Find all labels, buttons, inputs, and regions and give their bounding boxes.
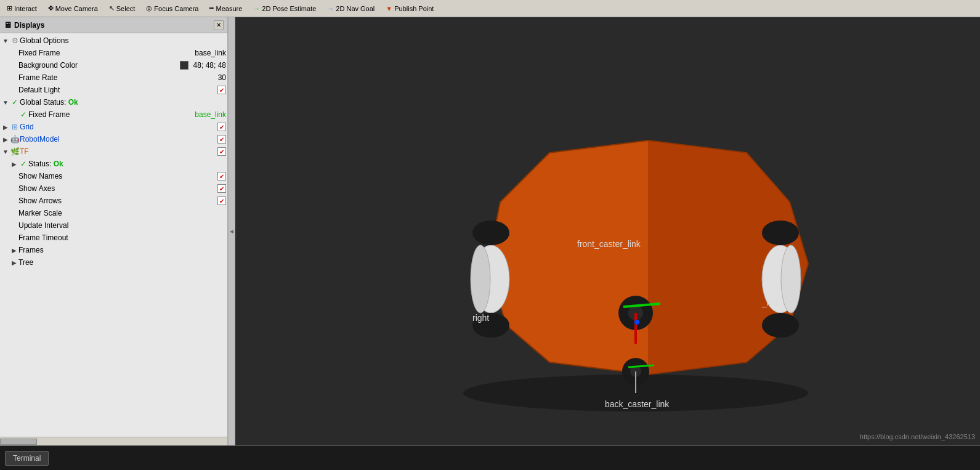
robot-model-icon: 🤖 [10, 135, 20, 144]
scrollbar-thumb[interactable] [0, 439, 37, 445]
interact-icon: ⊞ [7, 4, 12, 12]
marker-scale-row[interactable]: Marker Scale [0, 207, 227, 219]
show-axes-row[interactable]: Show Axes ✔ [0, 182, 227, 195]
select-icon: ↖ [109, 4, 115, 12]
svg-point-26 [781, 245, 801, 313]
svg-point-20 [634, 320, 639, 325]
select-label: Select [116, 5, 136, 12]
ff-status-label: Fixed Frame [28, 110, 192, 119]
panel-close-button[interactable]: ✕ [214, 20, 224, 30]
grid-arrow: ▶ [1, 124, 10, 131]
tree-area[interactable]: ▼ ⚙ Global Options Fixed Frame base_link… [0, 33, 227, 437]
robot-model-checkbox[interactable]: ✔ [217, 135, 226, 144]
horizontal-scrollbar[interactable] [0, 437, 227, 445]
tf-icon: 🌿 [10, 147, 20, 156]
frames-row[interactable]: ▶ Frames [0, 244, 227, 256]
tree-arrow-icon: ▶ [10, 259, 18, 266]
show-arrows-row[interactable]: Show Arrows ✔ [0, 195, 227, 207]
measure-icon: ━ [209, 4, 214, 12]
publish-point-label: Publish Point [394, 5, 434, 12]
main-area: 🖥 Displays ✕ ▼ ⚙ Global Options Fixed Fr… [0, 17, 980, 445]
pose-estimate-button[interactable]: → 2D Pose Estimate [249, 3, 320, 14]
measure-button[interactable]: ━ Measure [205, 2, 246, 14]
publish-point-icon: ▼ [386, 5, 392, 12]
nav-goal-icon: → [327, 5, 334, 12]
tf-checkbox[interactable]: ✔ [217, 147, 226, 156]
displays-panel: 🖥 Displays ✕ ▼ ⚙ Global Options Fixed Fr… [0, 17, 228, 445]
back-caster-link-label: back_caster_link [605, 399, 669, 409]
fixed-frame-status-row[interactable]: ✓ Fixed Frame base_link [0, 108, 227, 121]
robot-svg [389, 91, 882, 424]
terminal-button[interactable]: Terminal [5, 451, 49, 466]
fixed-frame-label: Fixed Frame [18, 49, 192, 57]
svg-point-24 [472, 221, 509, 245]
focus-camera-label: Focus Camera [154, 5, 198, 12]
measure-label: Measure [216, 5, 242, 12]
default-light-row[interactable]: Default Light ✔ [0, 84, 227, 96]
3d-viewport[interactable]: front_caster_link back_caster_link right… [235, 17, 980, 445]
interact-button[interactable]: ⊞ Interact [2, 2, 41, 14]
tree-row[interactable]: ▶ Tree [0, 256, 227, 269]
global-status-label: Global Status: Ok [20, 98, 226, 107]
tf-status-label: Status: Ok [28, 160, 226, 168]
terminal-label: Terminal [13, 454, 41, 463]
tf-status-row[interactable]: ▶ ✓ Status: Ok [0, 158, 227, 170]
frame-timeout-row[interactable]: Frame Timeout [0, 232, 227, 244]
ff-status-icon: ✓ [18, 110, 28, 119]
frame-rate-label: Frame Rate [18, 73, 216, 82]
default-light-checkbox[interactable]: ✔ [217, 86, 226, 94]
frame-rate-row[interactable]: Frame Rate 30 [0, 71, 227, 84]
url-watermark: https://blog.csdn.net/weixin_43262513 [860, 433, 975, 440]
pose-estimate-label: 2D Pose Estimate [262, 5, 316, 12]
grid-row[interactable]: ▶ ⊞ Grid ✔ [0, 121, 227, 133]
frames-label: Frames [18, 246, 226, 254]
collapse-arrow-icon: ◄ [229, 228, 235, 235]
fixed-frame-value: base_link [195, 49, 226, 57]
tf-arrow: ▼ [1, 148, 10, 155]
displays-icon: 🖥 [4, 20, 12, 30]
robot-model-row[interactable]: ▶ 🤖 RobotModel ✔ [0, 133, 227, 145]
tf-row[interactable]: ▼ 🌿 TF ✔ [0, 145, 227, 158]
panel-header: 🖥 Displays ✕ [0, 17, 227, 33]
right-link-label: _link [762, 298, 780, 307]
update-interval-label: Update Interval [18, 221, 224, 230]
panel-collapse-handle[interactable]: ◄ [228, 17, 235, 445]
frame-timeout-label: Frame Timeout [18, 233, 224, 242]
show-names-label: Show Names [18, 172, 217, 180]
background-color-row[interactable]: Background Color 48; 48; 48 [0, 59, 227, 71]
move-camera-button[interactable]: ✥ Move Camera [44, 2, 102, 14]
show-arrows-checkbox[interactable]: ✔ [217, 197, 226, 205]
publish-point-button[interactable]: ▼ Publish Point [381, 3, 438, 14]
marker-scale-label: Marker Scale [18, 209, 224, 217]
default-light-label: Default Light [18, 86, 217, 94]
close-icon: ✕ [216, 22, 221, 28]
interact-label: Interact [14, 5, 37, 12]
nav-goal-label: 2D Nav Goal [336, 5, 375, 12]
background-color-value: 48; 48; 48 [193, 61, 226, 70]
front-caster-link-label: front_caster_link [577, 239, 641, 249]
grid-checkbox[interactable]: ✔ [217, 123, 226, 131]
ff-status-value: base_link [195, 110, 226, 119]
show-axes-checkbox[interactable]: ✔ [217, 184, 226, 193]
background-color-swatch[interactable] [180, 61, 188, 70]
fixed-frame-row[interactable]: Fixed Frame base_link [0, 47, 227, 59]
show-names-row[interactable]: Show Names ✔ [0, 170, 227, 182]
tf-label: TF [20, 147, 217, 156]
svg-point-28 [762, 221, 799, 245]
tf-status-icon: ✓ [18, 160, 28, 168]
global-status-row[interactable]: ▼ ✓ Global Status: Ok [0, 96, 227, 108]
right-label: right [472, 313, 489, 323]
show-arrows-label: Show Arrows [18, 197, 217, 205]
global-options-label: Global Options [20, 36, 226, 45]
panel-title: Displays [14, 21, 44, 30]
select-button[interactable]: ↖ Select [105, 2, 140, 14]
global-options-row[interactable]: ▼ ⚙ Global Options [0, 34, 227, 47]
move-camera-label: Move Camera [55, 5, 98, 12]
show-names-checkbox[interactable]: ✔ [217, 172, 226, 180]
global-status-arrow: ▼ [1, 99, 10, 106]
nav-goal-button[interactable]: → 2D Nav Goal [323, 3, 379, 14]
tree-label: Tree [18, 258, 226, 267]
bottom-bar: Terminal [0, 445, 980, 470]
update-interval-row[interactable]: Update Interval [0, 219, 227, 232]
focus-camera-button[interactable]: ◎ Focus Camera [142, 2, 203, 14]
